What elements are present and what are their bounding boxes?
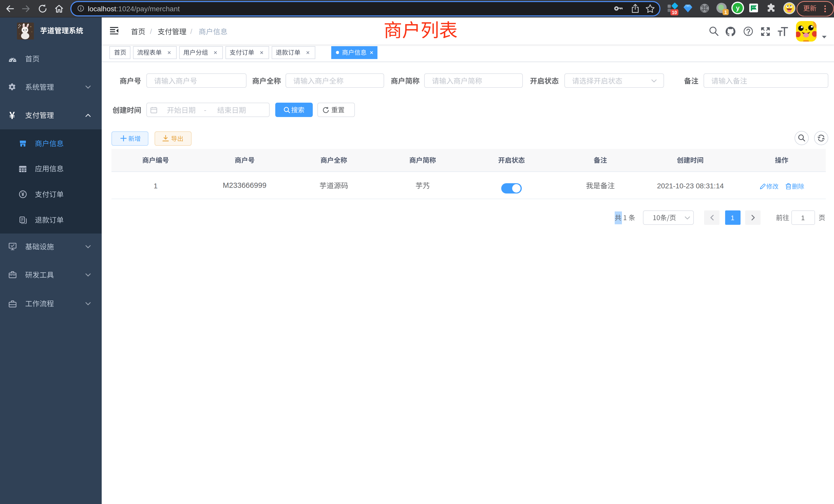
svg-text:y: y: [736, 4, 740, 12]
svg-text:1: 1: [724, 9, 727, 15]
svg-text:10: 10: [672, 10, 677, 15]
